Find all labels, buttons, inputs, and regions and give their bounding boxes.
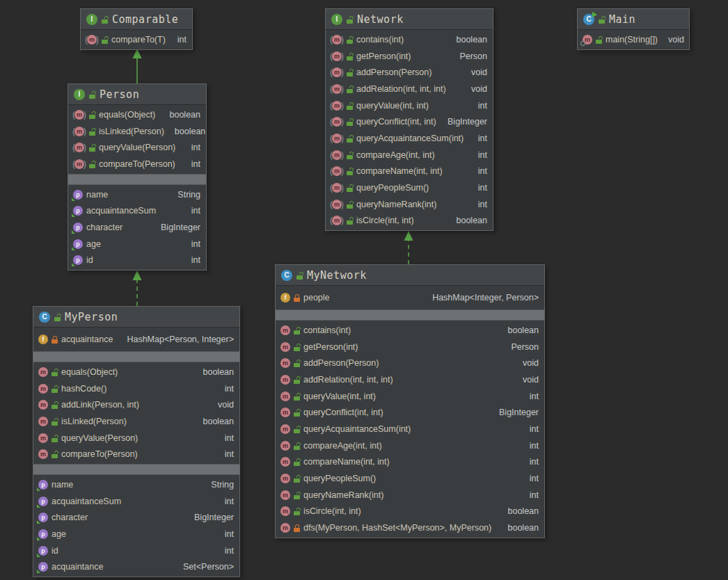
property-icon: p (38, 562, 48, 572)
member-row: mhashCode()int (33, 380, 239, 397)
member-type: Person (504, 342, 539, 352)
abstract-method-icon: (m) (73, 110, 86, 120)
method-icon: m (332, 117, 342, 127)
member-type: void (661, 35, 684, 45)
member-row: pcharacterBigInteger (33, 510, 239, 526)
member-type: int (218, 529, 234, 539)
member-name: hashCode() (61, 384, 106, 394)
member-row: pcharacterBigInteger (68, 219, 206, 236)
member-row: mcompareAge(int, int)int (276, 437, 544, 454)
member-row: misLinked(Person)boolean (33, 413, 239, 430)
member-type: void (516, 358, 539, 368)
member-type: HashMap<Person, Integer> (120, 335, 234, 344)
class-icon: C (39, 312, 50, 323)
public-lock-icon (296, 271, 303, 280)
public-lock-icon (52, 385, 58, 393)
method-icon: m (280, 474, 290, 483)
property-icon: p (73, 206, 83, 216)
member-row: mqueryValue(Person)int (33, 430, 239, 446)
public-lock-icon (294, 343, 300, 351)
member-type: int (523, 392, 539, 401)
member-type: int (471, 200, 487, 209)
public-lock-icon (294, 442, 300, 450)
class-header-comparable[interactable]: IComparable (81, 9, 192, 30)
class-header-mynetwork[interactable]: CMyNetwork (276, 265, 544, 286)
member-row: (m)isLinked(Person)boolean (68, 123, 206, 140)
member-row: (m)addPerson(Person)void (326, 64, 493, 81)
methods-section: (m)compareTo(T)int (81, 30, 192, 49)
member-type: int (471, 150, 487, 160)
member-type: boolean (501, 325, 539, 335)
class-title: Main (609, 13, 635, 26)
public-lock-icon (347, 134, 353, 143)
member-name: people (303, 293, 330, 303)
method-icon: m (280, 342, 290, 352)
abstract-method-icon: (m) (331, 84, 343, 94)
public-lock-icon (347, 216, 353, 225)
method-icon: m (332, 216, 342, 225)
class-header-person[interactable]: IPerson (68, 84, 206, 105)
public-lock-icon (294, 458, 300, 466)
class-header-myperson[interactable]: CMyPerson (33, 307, 239, 328)
method-icon: m (332, 134, 342, 143)
section-separator (33, 351, 239, 362)
member-type: int (471, 101, 487, 111)
properties-section: pnameStringpacquaintanceSumintpcharacter… (33, 475, 239, 577)
class-node-network[interactable]: INetwork(m)contains(int)boolean(m)getPer… (325, 8, 493, 231)
class-title: MyNetwork (307, 269, 367, 282)
member-type: void (211, 400, 234, 410)
member-row: (m)contains(int)boolean (326, 31, 493, 48)
class-node-myperson[interactable]: CMyPersonfacquaintanceHashMap<Person, In… (33, 306, 240, 577)
class-node-main[interactable]: CMainmmain(String[])void (577, 8, 690, 50)
methods-section: mequals(Object)booleanmhashCode()intmadd… (33, 362, 239, 464)
method-icon: m (332, 35, 342, 45)
member-row: mqueryNameRank(int)int (276, 487, 544, 504)
public-lock-icon (294, 326, 300, 335)
public-lock-icon (54, 313, 61, 321)
abstract-method-icon: (m) (331, 150, 343, 160)
method-icon: m (74, 143, 84, 152)
member-type: BigInteger (441, 117, 487, 127)
class-node-mynetwork[interactable]: CMyNetworkfpeopleHashMap<Integer, Person… (275, 264, 545, 538)
member-name: queryAcquaintanceSum(int) (303, 424, 411, 434)
member-name: compareTo(T) (111, 35, 166, 45)
member-row: mqueryValue(int, int)int (276, 388, 544, 405)
private-lock-icon (294, 293, 300, 302)
class-node-comparable[interactable]: IComparable(m)compareTo(T)int (80, 8, 193, 50)
class-header-main[interactable]: CMain (578, 9, 689, 30)
abstract-method-icon: (m) (73, 159, 86, 169)
method-icon: m (280, 523, 290, 533)
member-type: int (218, 546, 234, 556)
method-icon: m (332, 51, 342, 61)
member-type: boolean (196, 417, 235, 426)
class-node-person[interactable]: IPerson(m)equals(Object)boolean(m)isLink… (68, 83, 207, 271)
public-lock-icon (52, 434, 58, 442)
member-name: getPerson(int) (303, 342, 358, 352)
field-icon: f (280, 293, 290, 303)
member-name: character (86, 223, 122, 232)
public-lock-icon (52, 401, 58, 409)
abstract-method-icon: (m) (331, 216, 343, 225)
member-row: fpeopleHashMap<Integer, Person> (276, 287, 544, 308)
member-name: queryAcquaintanceSum(int) (356, 134, 464, 143)
public-lock-icon (52, 368, 58, 376)
member-name: contains(int) (356, 35, 404, 45)
class-header-network[interactable]: INetwork (326, 9, 493, 30)
property-icon: p (38, 546, 48, 556)
member-row: misCircle(int, int)boolean (276, 504, 544, 520)
public-lock-icon (294, 507, 300, 515)
member-name: getPerson(int) (356, 51, 411, 61)
member-type: int (523, 474, 539, 483)
static-marker-icon (580, 41, 585, 46)
member-name: compareName(int, int) (356, 166, 443, 176)
member-name: isCircle(int, int) (303, 506, 361, 516)
method-icon: m (280, 408, 290, 417)
member-row: pidint (33, 542, 239, 559)
member-type: Person (452, 51, 487, 61)
member-type: int (471, 134, 487, 143)
diagram-canvas[interactable]: IComparable(m)compareTo(T)intIPerson(m)e… (0, 0, 728, 580)
member-row: pacquaintanceSumint (33, 493, 239, 510)
member-type: int (523, 490, 539, 500)
abstract-method-icon: (m) (331, 67, 343, 77)
member-name: compareName(int, int) (303, 457, 390, 467)
